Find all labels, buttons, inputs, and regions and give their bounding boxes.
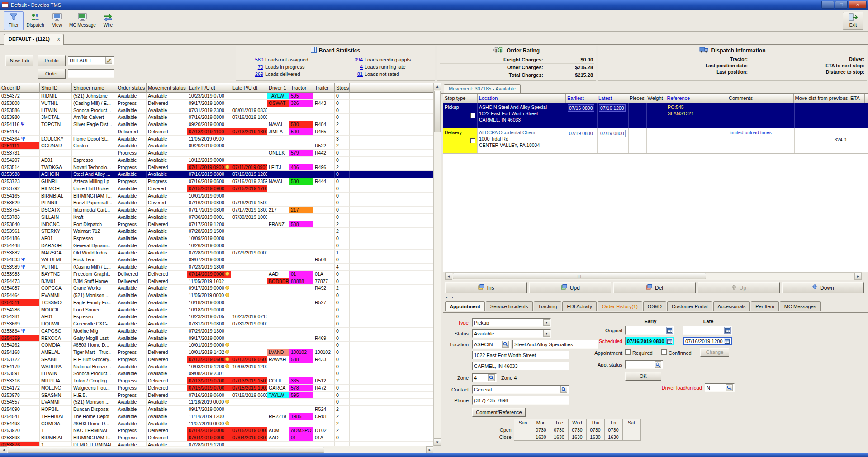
- stops-col-header[interactable]: Location: [478, 94, 566, 103]
- order-row[interactable]: 0254369REXCCAGaby Mcgill LastAvailableAv…: [0, 335, 433, 342]
- stops-col-header[interactable]: Earliest: [566, 94, 597, 103]
- address-field[interactable]: 1022 East Fort Worth Street: [472, 351, 569, 359]
- orders-col-header[interactable]: Trailer: [313, 83, 335, 93]
- magnifier-icon[interactable]: [488, 374, 495, 381]
- profile-button[interactable]: Profile: [38, 55, 66, 66]
- del-button[interactable]: Del: [613, 282, 695, 293]
- order-row[interactable]: 0253783SILLAINKraftAvailableAvailable07/…: [0, 214, 433, 221]
- stat-link[interactable]: 81: [344, 71, 363, 78]
- stop-checkbox[interactable]: [470, 113, 475, 118]
- order-row[interactable]: 0253898BIRMBIALBIRMINGHAM T...ProgressDe…: [0, 434, 433, 442]
- orders-col-header[interactable]: Tractor: [289, 83, 313, 93]
- order-input[interactable]: [68, 69, 114, 78]
- comment-reference-button[interactable]: Comment/Reference: [472, 408, 526, 417]
- order-button[interactable]: Order: [38, 69, 66, 79]
- stop-row[interactable]: DeliveryALDCPA Occidental Chem1000 Tidal…: [443, 128, 868, 154]
- orders-col-header[interactable]: Driver 1: [267, 83, 289, 93]
- new-tab-button[interactable]: New Tab: [5, 55, 33, 66]
- scheduled-late-field[interactable]: 07/16/2019 1200: [683, 337, 732, 345]
- order-row[interactable]: 0254311TCSSMOEagle Family Fo...Available…: [0, 299, 433, 306]
- scheduled-early-field[interactable]: 07/16/2019 0800: [625, 337, 674, 345]
- order-row[interactable]: 0253754DSCATXIntermodal Cart...Available…: [0, 207, 433, 214]
- order-row[interactable]: 0253514TWDKGANovati Technolo...ProgressD…: [0, 164, 433, 171]
- tab-tracking[interactable]: Tracking: [534, 301, 562, 311]
- scroll-left-icon[interactable]: ◄: [0, 446, 7, 453]
- stat-link[interactable]: 580: [244, 56, 263, 63]
- orders-col-header[interactable]: Ship ID: [40, 83, 72, 93]
- order-row[interactable]: 0254147DeliveredDelivered07/13/2019 1100…: [0, 128, 433, 136]
- maximize-button[interactable]: □: [835, 1, 848, 9]
- down-button[interactable]: Down: [782, 282, 864, 293]
- stops-col-header[interactable]: Reference: [665, 94, 727, 103]
- order-row[interactable]: 0254286MORCILFood SourceAvailableAvailab…: [0, 306, 433, 314]
- magnifier-icon[interactable]: [655, 361, 661, 368]
- order-row[interactable]: 0253961STERKYWalmart 712AvailableAvailab…: [0, 228, 433, 235]
- order-row[interactable]: 0253591LITWINSonoca Product...AvailableA…: [0, 370, 433, 377]
- stops-col-header[interactable]: Latest: [597, 94, 628, 103]
- scroll-up-icon[interactable]: ▲: [434, 83, 441, 90]
- location-code-field[interactable]: ASHCIN: [472, 340, 511, 349]
- type-select[interactable]: Pickup▼: [472, 318, 551, 327]
- profile-select[interactable]: DEFAULT: [68, 56, 114, 65]
- order-row[interactable]: 0254473BJM01BJM Stuff HomeDeliveredDeliv…: [0, 278, 433, 285]
- confirmed-checkbox[interactable]: [661, 349, 667, 355]
- tab-order-history-1[interactable]: Order History(1): [598, 301, 642, 311]
- close-button[interactable]: ×: [849, 1, 867, 9]
- phone-field[interactable]: (317) 435-7696: [472, 396, 569, 405]
- ins-button[interactable]: Ins: [445, 282, 527, 293]
- orders-col-header[interactable]: Order ID: [0, 83, 40, 93]
- orders-col-header[interactable]: Stops: [335, 83, 350, 93]
- edit-icon[interactable]: [105, 57, 112, 64]
- original-late-field[interactable]: [683, 326, 732, 335]
- order-row[interactable]: 0253792HILMOHUnited Intl BrokerAvailable…: [0, 185, 433, 193]
- order-row[interactable]: 0254541THEHBIALThe Home DepotAvailableAv…: [0, 413, 433, 420]
- driver-load-unload-field[interactable]: N: [705, 383, 735, 392]
- stops-col-header[interactable]: Move dist from previous: [794, 94, 849, 103]
- filter-button[interactable]: Filter: [4, 11, 24, 30]
- orders-col-header[interactable]: Order status: [116, 83, 147, 93]
- movement-tab[interactable]: Movement: 307185 - Available: [444, 84, 521, 93]
- tab-per-item[interactable]: Per Item: [751, 301, 779, 311]
- order-row[interactable]: 02539201NKC TERMINALProgressDelivered07/…: [0, 427, 433, 434]
- orders-col-header[interactable]: Shipper name: [72, 83, 116, 93]
- order-row[interactable]: 0253978SEASMNH.E.B.ProgressDelivered07/1…: [0, 392, 433, 399]
- order-row[interactable]: 0254179WARHPANational Bronze ..Available…: [0, 363, 433, 371]
- order-row[interactable]: 0254207AE01EspressoAvailableAvailable10/…: [0, 157, 433, 164]
- orders-col-header[interactable]: Late P/U dt: [231, 83, 267, 93]
- magnifier-icon[interactable]: [502, 341, 509, 348]
- scroll-right-icon[interactable]: ►: [854, 273, 862, 280]
- order-row[interactable]: 0253840INDCNCPort DispatchProgressDelive…: [0, 221, 433, 228]
- order-row[interactable]: 0253834ΨCAPGSCModine MfgAvailableAvailab…: [0, 328, 433, 335]
- upd-button[interactable]: Upd: [529, 282, 611, 293]
- stop-checkbox[interactable]: [470, 138, 475, 143]
- stops-col-header[interactable]: Pieces: [628, 94, 646, 103]
- view-button[interactable]: View: [47, 11, 67, 30]
- required-checkbox[interactable]: [625, 349, 631, 355]
- tab-default-board[interactable]: DEFAULT - (1121) x: [4, 34, 64, 45]
- splitter-handle[interactable]: ▲▼: [445, 295, 465, 300]
- order-row[interactable]: 0253731ProgressAvailableONLEK579R4420: [0, 150, 433, 157]
- stops-col-header[interactable]: ETA: [849, 94, 865, 103]
- tab-accessorials[interactable]: Accessorials: [713, 301, 750, 311]
- orders-vscroll-thumb[interactable]: [434, 91, 441, 132]
- order-row[interactable]: 02539803MCTALAm/Ns CalvertAvailableAvail…: [0, 114, 433, 121]
- tab-appointment[interactable]: Appointment: [445, 301, 485, 311]
- order-row[interactable]: 0253723GUNRILAzteca Milling LpProgressPr…: [0, 178, 433, 185]
- city-field[interactable]: CARMEL, IN 46033: [472, 362, 569, 370]
- tab-mc-messages[interactable]: MC Messages: [780, 301, 821, 311]
- contact-field[interactable]: General: [472, 385, 569, 394]
- exit-button[interactable]: Exit: [843, 12, 863, 30]
- stops-col-header[interactable]: Weight: [646, 94, 666, 103]
- appt-status-field[interactable]: [625, 360, 663, 369]
- order-row[interactable]: 0254186AE01EspressoAvailableAvailable10/…: [0, 235, 433, 242]
- stat-link[interactable]: 70: [244, 63, 263, 71]
- order-row[interactable]: 0253316MITPEIATriton / Conglog..Progress…: [0, 377, 433, 385]
- order-row[interactable]: 0253882MARSCAOld World Indus...Available…: [0, 250, 433, 257]
- order-row[interactable]: 0254464EVAMMI(521) Morrison ...Available…: [0, 292, 433, 299]
- order-row[interactable]: 0253629PENNILBunzl Papercraft...Availabl…: [0, 199, 433, 207]
- order-row[interactable]: 0253808VUTNIL(Casing Mill) / E...Progres…: [0, 100, 433, 107]
- order-row[interactable]: 0254087COPCCACrane WorksAvailableAvailab…: [0, 285, 433, 292]
- scroll-left-icon[interactable]: ◄: [445, 273, 452, 280]
- chevron-down-icon[interactable]: ▼: [543, 319, 550, 326]
- order-row[interactable]: 0254364ΨLOULOKYHome Depot St...Available…: [0, 136, 433, 143]
